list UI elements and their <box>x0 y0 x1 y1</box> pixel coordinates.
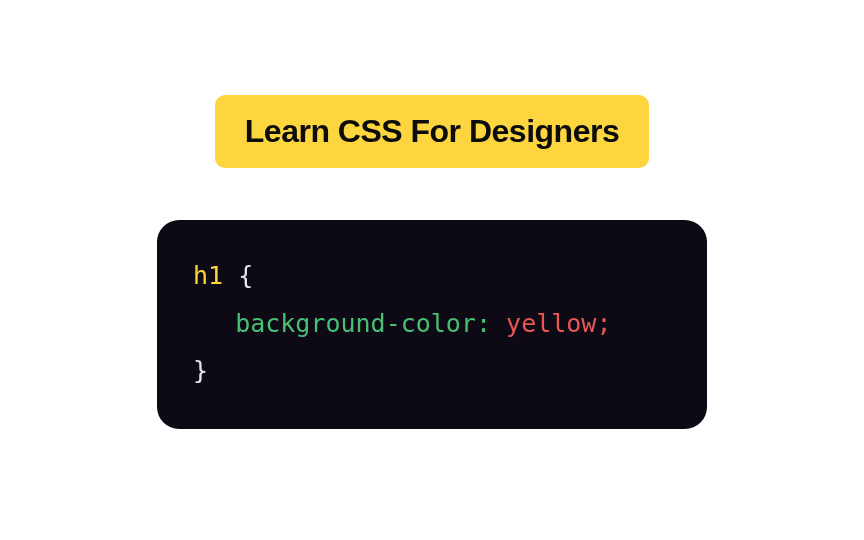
css-colon: : <box>476 309 491 338</box>
code-line-2: background-color: yellow; <box>193 300 671 348</box>
css-property: background-color <box>235 309 476 338</box>
code-line-3: } <box>193 347 671 395</box>
open-brace: { <box>238 261 253 290</box>
css-selector: h1 <box>193 261 223 290</box>
code-line-1: h1 { <box>193 252 671 300</box>
css-value: yellow <box>506 309 596 338</box>
code-block: h1 { background-color: yellow; } <box>157 220 707 429</box>
close-brace: } <box>193 356 208 385</box>
title-highlight-box: Learn CSS For Designers <box>215 95 649 168</box>
page-title: Learn CSS For Designers <box>245 113 619 150</box>
css-semicolon: ; <box>596 309 611 338</box>
